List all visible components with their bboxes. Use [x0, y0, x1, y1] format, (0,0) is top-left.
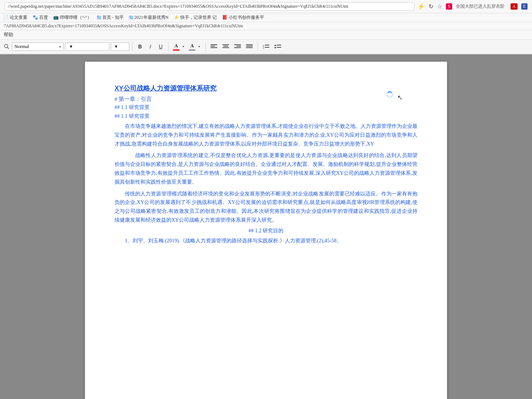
font-color-button[interactable]: A [171, 42, 181, 51]
svg-point-18 [274, 45, 276, 46]
bookmark-zhihu[interactable]: 知 首页 - 知乎 [97, 14, 124, 21]
lightning-icon[interactable]: ⚡ [417, 3, 425, 10]
font-color-swatch [173, 50, 180, 51]
doc-page[interactable]: ↖ XY公司战略人力资源管理体系研究 # 第一章：引言 ## 1.1 研究背景 … [85, 62, 447, 399]
align-right-button[interactable] [232, 42, 243, 51]
svg-rect-3 [211, 46, 215, 47]
sogou-icon: S [446, 3, 452, 10]
svg-rect-5 [222, 44, 229, 45]
doc-ref1: 1、刘宇、刘玉梅.(2019).《战略人力资源管理的路径选择与实践探析.》人力资… [115, 236, 417, 245]
align-justify-button[interactable] [244, 42, 255, 51]
loading-spinner [386, 91, 395, 100]
divider-3 [205, 42, 206, 51]
filepath-bar: 7AF88AD9458A84CB5.docx?Expires=171093405… [0, 22, 532, 30]
svg-rect-7 [222, 47, 229, 48]
svg-rect-2 [211, 44, 217, 45]
doc-heading2b: ## 1.1 研究背景 [115, 113, 417, 120]
svg-point-0 [4, 44, 8, 48]
italic-button[interactable]: I [146, 42, 155, 51]
svg-rect-12 [246, 46, 253, 47]
bookmarks-bar: 📄 论文查重 🐾 百度 📺 哔哩哔哩（°-°） 知 首页 - 知乎 知 2021… [0, 13, 532, 22]
svg-rect-19 [277, 45, 281, 45]
font-color-icon: A [174, 43, 178, 49]
doc-heading2a: ## 1.1 研究背景 [115, 104, 417, 111]
bookmark-lunwen[interactable]: 📄 论文查重 [3, 14, 27, 21]
underline-button[interactable]: U [156, 42, 165, 51]
bold-button[interactable]: B [136, 42, 144, 51]
svg-rect-8 [234, 44, 241, 45]
divider-4 [258, 42, 258, 51]
align-left-button[interactable] [209, 42, 219, 51]
doc-heading1: # 第一章：引言 [115, 96, 417, 103]
font-arrow: ▾ [70, 44, 72, 50]
svg-rect-13 [246, 47, 253, 48]
doc-title: XY公司战略人力资源管理体系研究 [115, 84, 417, 93]
svg-line-1 [7, 47, 9, 49]
highlight-arrow[interactable]: ▾ [198, 45, 200, 48]
svg-rect-21 [277, 47, 281, 48]
font-size-arrow: ▾ [115, 44, 117, 50]
svg-rect-9 [236, 46, 241, 47]
doc-para1: 在市场竞争越来越激烈的情况下,建立有效的战略人力资源管理体系,才能使企业在行业中… [115, 122, 417, 148]
refresh-icon[interactable]: ↻ [429, 3, 433, 10]
svg-rect-15 [265, 45, 269, 45]
divider-1 [132, 42, 133, 51]
align-center-button[interactable] [221, 42, 231, 51]
style-arrow: ▾ [59, 45, 61, 49]
ext-icon: E [521, 3, 528, 10]
highlight-icon: A [190, 43, 194, 49]
adobe-icon: A [511, 3, 518, 10]
svg-point-20 [274, 47, 276, 48]
browser-url-bar: //word.paperdog.net/paper/machine/A93455… [0, 0, 532, 13]
svg-rect-10 [234, 47, 241, 48]
url-input[interactable]: //word.paperdog.net/paper/machine/A93455… [4, 2, 415, 11]
bookmark-kuaishou[interactable]: ⚡ 快手，记录世界 记 [174, 14, 217, 21]
bookmark-2021[interactable]: 知 2021年最新优秀N [129, 14, 169, 21]
help-bar: 帮助 [0, 30, 532, 40]
svg-rect-11 [246, 44, 253, 45]
font-size-dropdown[interactable]: ▾ [111, 42, 129, 51]
divider-2 [168, 42, 168, 51]
star-icon[interactable]: ☆ [437, 3, 442, 10]
doc-heading3: ## 1.2 研究目的 [115, 228, 417, 234]
bookmark-baidu[interactable]: 🐾 百度 [33, 14, 48, 21]
highlight-color-button[interactable]: A [187, 42, 197, 51]
svg-rect-6 [224, 46, 228, 47]
browser-icons: ⚡ ↻ ☆ S 全国大部已进入乱穿衣阶 A E [417, 3, 528, 10]
list-unordered-button[interactable] [273, 42, 283, 51]
highlight-color-swatch [189, 50, 195, 51]
style-label: Normal [14, 44, 29, 50]
doc-para3: 传统的人力资源管理模式随着经济环境的变化和企业发展形势的不断演变,对企业战略发展… [115, 190, 417, 225]
svg-text:2.: 2. [263, 47, 265, 49]
sogou-text: 全国大部已进入乱穿衣阶 [456, 3, 505, 10]
toolbar: Normal ▾ ▾ ▾ B I U A ▾ A ▾ [0, 40, 532, 54]
font-color-arrow[interactable]: ▾ [183, 45, 184, 48]
svg-rect-17 [265, 47, 269, 48]
search-icon[interactable] [3, 43, 10, 50]
font-dropdown[interactable]: ▾ [65, 42, 109, 51]
cursor: ↖ [397, 93, 403, 102]
bookmark-bilibili[interactable]: 📺 哔哩哔哩（°-°） [53, 14, 92, 21]
doc-area: ↖ XY公司战略人力资源管理体系研究 # 第一章：引言 ## 1.1 研究背景 … [0, 54, 532, 399]
list-ordered-button[interactable]: 1. 2. [261, 42, 271, 51]
bookmark-xiaohongshu[interactable]: 📕 小红书创作服务平 [222, 14, 264, 21]
style-dropdown[interactable]: Normal ▾ [12, 42, 64, 51]
svg-rect-4 [211, 47, 217, 48]
doc-para2: 战略性人力资源管理系统的建立,不仅是整合优化人力资源,更重要的是使人力资源与企业… [115, 151, 417, 186]
